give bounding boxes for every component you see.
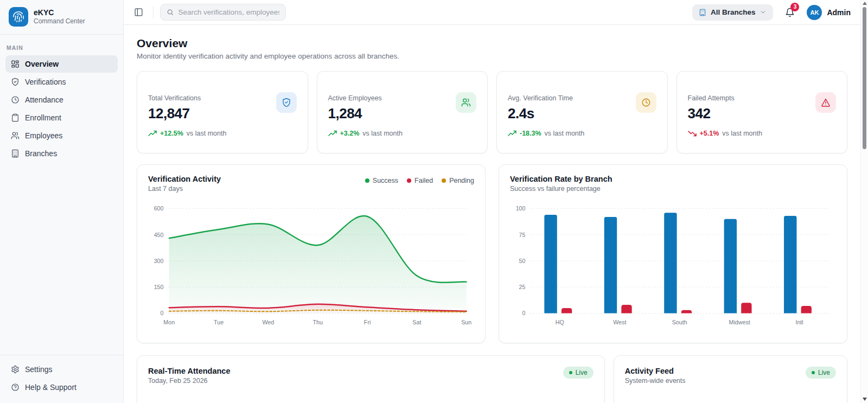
trending-up-icon xyxy=(508,130,516,137)
stats-row: Total Verifications 12,847 +12.5% vs las… xyxy=(137,71,847,153)
main-content: Overview Monitor identity verification a… xyxy=(124,25,860,403)
chart-legend: Success Failed Pending xyxy=(365,177,474,184)
trending-up-icon xyxy=(328,130,337,137)
legend-dot-pending xyxy=(442,178,446,183)
sidebar-item-label: Settings xyxy=(25,365,53,374)
live-badge: Live xyxy=(806,367,836,379)
top-bar: All Branches 3 AK Admin xyxy=(124,0,860,25)
branch-selector-label: All Branches xyxy=(711,8,756,16)
sidebar-item-label: Employees xyxy=(25,131,62,140)
sidebar-item-label: Overview xyxy=(25,60,59,68)
svg-text:Sat: Sat xyxy=(412,318,422,325)
sidebar-item-employees[interactable]: Employees xyxy=(5,127,118,144)
shield-check-icon xyxy=(11,78,20,86)
gear-icon xyxy=(11,365,20,374)
sidebar-item-verifications[interactable]: Verifications xyxy=(5,73,118,91)
card-subtitle: System-wide events xyxy=(625,377,686,385)
chart-title: Verification Rate by Branch xyxy=(510,175,612,183)
verification-rate-card: Verification Rate by Branch Success vs f… xyxy=(499,164,847,343)
svg-text:Wed: Wed xyxy=(262,318,274,325)
live-dot-icon xyxy=(569,371,572,374)
sidebar-item-help[interactable]: Help & Support xyxy=(5,379,118,396)
stat-card-total-verifications: Total Verifications 12,847 +12.5% vs las… xyxy=(137,71,308,153)
svg-text:600: 600 xyxy=(154,205,164,212)
branch-selector-button[interactable]: All Branches xyxy=(692,4,774,21)
svg-text:South: South xyxy=(672,318,687,325)
legend-dot-failed xyxy=(407,178,411,183)
stat-trend-value: -18.3% xyxy=(520,130,541,137)
bottom-row: Real-Time Attendance Today, Feb 25 2026 … xyxy=(137,355,847,403)
sidebar-item-label: Attendance xyxy=(25,95,63,104)
card-title: Activity Feed xyxy=(625,367,686,375)
notifications-button[interactable]: 3 xyxy=(782,4,798,21)
search-box[interactable] xyxy=(160,4,286,21)
sidebar-item-attendance[interactable]: Attendance xyxy=(5,91,118,108)
stat-value: 2.4s xyxy=(508,105,656,122)
legend-dot-success xyxy=(365,178,369,183)
user-menu[interactable]: AK Admin xyxy=(807,5,851,20)
notification-badge: 3 xyxy=(790,3,799,11)
stat-card-failed-attempts: Failed Attempts 342 +5.1% vs last month xyxy=(676,71,848,153)
dashboard-icon xyxy=(11,60,20,68)
building-icon xyxy=(11,149,20,158)
area-chart: 0150300450600MonTueWedThuFriSatSun xyxy=(148,201,474,330)
users-icon xyxy=(11,131,20,140)
vertical-scrollbar[interactable] xyxy=(860,0,868,403)
legend-label: Success xyxy=(373,177,398,184)
stat-value: 342 xyxy=(688,105,837,122)
stat-value: 1,284 xyxy=(328,105,477,122)
stat-trend-suffix: vs last month xyxy=(722,130,762,137)
svg-text:300: 300 xyxy=(154,257,164,264)
sidebar-item-enrollment[interactable]: Enrollment xyxy=(5,109,118,126)
clipboard-icon xyxy=(11,113,20,122)
chevron-down-icon xyxy=(760,9,767,16)
clock-icon xyxy=(636,92,656,113)
scrollbar-thumb[interactable] xyxy=(863,7,866,149)
sidebar-toggle-button[interactable] xyxy=(130,4,146,21)
scroll-up-arrow[interactable] xyxy=(863,2,867,5)
svg-text:West: West xyxy=(613,318,627,325)
svg-text:150: 150 xyxy=(154,284,164,291)
users-icon xyxy=(456,92,476,113)
svg-text:450: 450 xyxy=(154,231,164,238)
avatar: AK xyxy=(807,5,822,20)
trending-up-icon xyxy=(148,130,157,137)
sidebar-item-branches[interactable]: Branches xyxy=(5,145,118,162)
svg-text:HQ: HQ xyxy=(556,318,564,325)
page-subtitle: Monitor identity verification activity a… xyxy=(137,52,847,60)
bar-chart: 0255075100HQWestSouthMidwestIntl xyxy=(510,201,836,330)
shield-check-icon xyxy=(276,92,297,113)
app-name: eKYC xyxy=(34,8,85,18)
svg-text:0: 0 xyxy=(522,310,526,317)
stat-trend-value: +12.5% xyxy=(160,130,183,137)
sidebar-footer: Settings Help & Support xyxy=(0,355,123,403)
svg-text:Fri: Fri xyxy=(364,318,371,325)
svg-text:Midwest: Midwest xyxy=(729,318,751,325)
svg-text:75: 75 xyxy=(519,231,526,238)
building-icon xyxy=(699,9,706,16)
charts-row: Verification Activity Last 7 days Succes… xyxy=(137,164,847,343)
page-title: Overview xyxy=(137,37,847,50)
user-name: Admin xyxy=(827,8,851,17)
live-dot-icon xyxy=(812,371,815,374)
stat-trend-suffix: vs last month xyxy=(362,130,403,137)
sidebar-section-label: MAIN xyxy=(0,35,123,55)
scroll-down-arrow[interactable] xyxy=(863,398,867,401)
help-circle-icon xyxy=(11,383,20,392)
sidebar-item-overview[interactable]: Overview xyxy=(5,55,118,73)
stat-label: Failed Attempts xyxy=(688,94,837,102)
svg-text:Mon: Mon xyxy=(163,318,175,325)
stat-label: Avg. Verification Time xyxy=(508,94,656,102)
sidebar-item-label: Enrollment xyxy=(25,113,61,122)
card-title: Real-Time Attendance xyxy=(148,367,231,375)
card-subtitle: Today, Feb 25 2026 xyxy=(148,377,231,385)
svg-text:50: 50 xyxy=(519,257,526,264)
stat-value: 12,847 xyxy=(148,105,297,122)
app-subtitle: Command Center xyxy=(34,17,85,25)
svg-text:Thu: Thu xyxy=(313,318,323,325)
svg-text:0: 0 xyxy=(161,310,164,317)
search-input[interactable] xyxy=(178,8,279,16)
sidebar: eKYC Command Center MAIN Overview Verifi… xyxy=(0,0,124,403)
alert-triangle-icon xyxy=(815,92,836,113)
sidebar-item-settings[interactable]: Settings xyxy=(5,361,118,378)
